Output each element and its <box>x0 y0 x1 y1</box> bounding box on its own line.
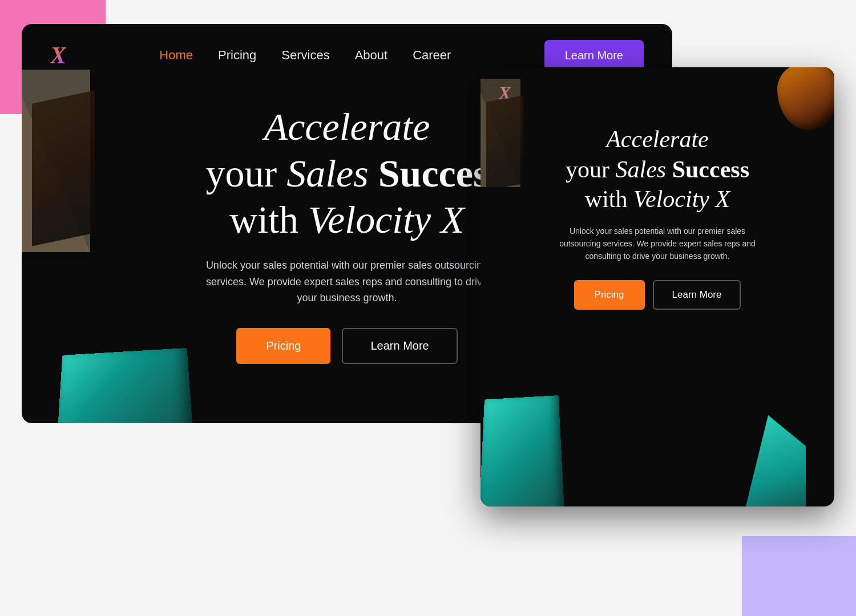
hero-buttons-main: Pricing Learn More <box>236 328 457 364</box>
learn-more-nav-button[interactable]: Learn More <box>544 40 644 71</box>
learn-more-button-main[interactable]: Learn More <box>342 328 457 364</box>
shape-teal-main <box>57 348 194 423</box>
nav-career[interactable]: Career <box>413 48 451 63</box>
nav-links-main: Home Pricing Services About Career <box>159 48 451 63</box>
pricing-button-main[interactable]: Pricing <box>236 328 330 364</box>
hero-subtitle-secondary: Unlock your sales potential with our pre… <box>549 225 766 263</box>
shape-teal-secondary-left <box>481 395 565 506</box>
bg-lavender-accent <box>742 536 856 616</box>
hero-secondary: Accelerate your Sales Success with Veloc… <box>481 119 834 310</box>
hero-buttons-secondary: Pricing Learn More <box>574 280 741 310</box>
hero-title-main: Accelerate your Sales Succes with Veloci… <box>206 104 488 244</box>
logo-main: X <box>50 43 66 67</box>
hero-subtitle-main: Unlock your sales potential with our pre… <box>199 257 495 306</box>
nav-pricing[interactable]: Pricing <box>218 48 256 63</box>
shape-teal-secondary-right <box>743 415 806 506</box>
nav-about[interactable]: About <box>355 48 388 63</box>
hero-title-secondary: Accelerate your Sales Success with Veloc… <box>566 124 749 214</box>
nav-services[interactable]: Services <box>281 48 329 63</box>
secondary-card: X Accelerate your Sales Success with Vel… <box>481 67 834 506</box>
learn-more-button-secondary[interactable]: Learn More <box>653 280 741 310</box>
pricing-button-secondary[interactable]: Pricing <box>574 280 645 310</box>
nav-home[interactable]: Home <box>159 48 193 63</box>
